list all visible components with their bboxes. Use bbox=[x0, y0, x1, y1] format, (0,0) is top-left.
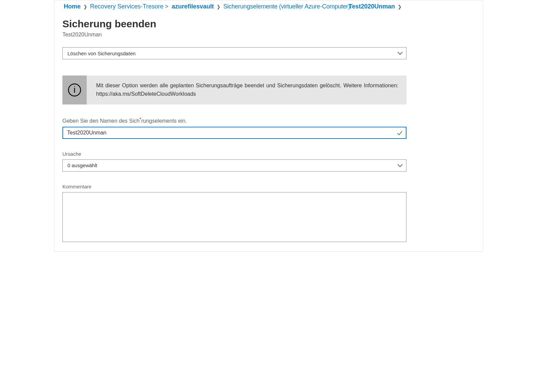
svg-point-2 bbox=[74, 86, 75, 87]
checkmark-icon bbox=[396, 129, 403, 136]
info-banner: Mit dieser Option werden alle geplanten … bbox=[62, 76, 406, 104]
info-icon bbox=[62, 76, 87, 104]
info-text: Mit dieser Option werden alle geplanten … bbox=[87, 76, 406, 104]
action-select-value: Löschen von Sicherungsdaten bbox=[62, 47, 406, 59]
breadcrumb-items[interactable]: Sicherungselemente (virtueller Azure-Com… bbox=[223, 3, 350, 10]
breadcrumb-home[interactable]: Home bbox=[64, 3, 81, 10]
chevron-right-icon: ❯ bbox=[398, 4, 402, 9]
info-message: Mit dieser Option werden alle geplanten … bbox=[96, 83, 398, 88]
chevron-right-icon: ❯ bbox=[217, 4, 221, 9]
page-subtitle: Test2020Unman bbox=[62, 32, 475, 38]
chevron-right-icon: ❯ bbox=[83, 4, 87, 9]
page-title: Sicherung beenden bbox=[62, 18, 475, 30]
name-field-label: Geben Sie den Namen des Sich*rungselemen… bbox=[62, 117, 406, 124]
comments-textarea[interactable] bbox=[62, 192, 406, 242]
breadcrumb-recovery[interactable]: Recovery Services-Tresore> bbox=[90, 3, 172, 10]
comments-label: Kommentare bbox=[62, 184, 475, 189]
reason-select[interactable]: 0 ausgewählt bbox=[62, 159, 406, 172]
reason-select-value: 0 ausgewählt bbox=[62, 159, 406, 172]
breadcrumb: Home ❯ Recovery Services-Tresore> azuref… bbox=[64, 3, 475, 10]
reason-label: Ursache bbox=[62, 151, 475, 157]
action-select[interactable]: Löschen von Sicherungsdaten bbox=[62, 47, 406, 59]
backup-item-name-input[interactable] bbox=[62, 127, 406, 139]
info-link[interactable]: https://aka.ms/SoftDeleteCloudWorkloads bbox=[96, 91, 196, 97]
breadcrumb-current[interactable]: Test2020Unman bbox=[349, 3, 395, 10]
breadcrumb-vault[interactable]: azurefilesvault bbox=[172, 3, 214, 10]
